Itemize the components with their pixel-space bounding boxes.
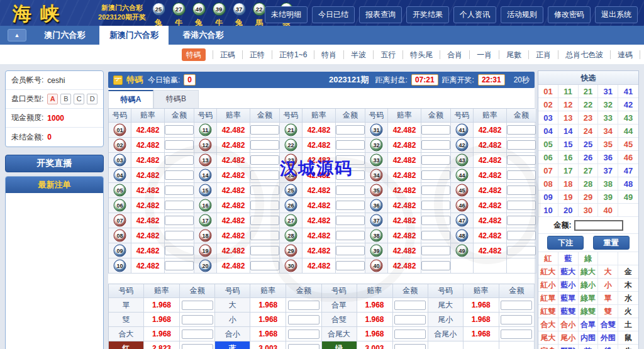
quick-number[interactable]: 09 [538, 191, 558, 204]
quick-word[interactable]: 尾小 [558, 331, 579, 345]
bet-amount-input[interactable] [182, 330, 213, 339]
bet-amount-input[interactable] [421, 170, 450, 180]
quick-word[interactable]: 綠小 [579, 279, 599, 292]
handicap-button[interactable]: B [60, 94, 71, 104]
header-menu-button[interactable]: 退出系统 [595, 6, 638, 23]
quick-number[interactable]: 37 [598, 164, 618, 177]
quick-word[interactable]: 藍雙 [558, 305, 579, 318]
game-tab[interactable]: 連碼 [611, 50, 640, 59]
game-tab[interactable]: 尾數 [499, 50, 529, 59]
bet-amount-input[interactable] [165, 216, 194, 225]
bet-amount-input[interactable] [250, 125, 279, 135]
bet-amount-input[interactable] [165, 155, 194, 165]
bet-amount-input[interactable] [250, 186, 279, 195]
quick-word[interactable]: 前 [579, 345, 599, 349]
bet-amount-input[interactable] [421, 261, 450, 270]
quick-word[interactable]: 火 [618, 305, 638, 318]
quick-word[interactable]: 合小 [558, 318, 579, 331]
quick-number[interactable]: 04 [538, 125, 558, 138]
quick-word[interactable]: 藍大 [558, 265, 579, 279]
bet-amount-input[interactable] [250, 140, 279, 150]
bet-amount-input[interactable] [165, 261, 194, 270]
quick-number[interactable]: 33 [598, 111, 618, 125]
quick-number[interactable]: 44 [618, 125, 638, 138]
quick-word[interactable]: 木 [618, 279, 638, 292]
quick-word[interactable]: 紅 [538, 252, 558, 265]
header-menu-button[interactable]: 开奖结果 [406, 6, 449, 23]
quick-number[interactable]: 20 [558, 204, 579, 217]
quick-number[interactable]: 47 [618, 164, 638, 177]
quick-number[interactable]: 31 [598, 85, 618, 98]
quick-word[interactable]: 土 [618, 318, 638, 331]
quick-word[interactable]: 家禽 [538, 345, 558, 349]
quick-word[interactable]: 後 [598, 345, 618, 349]
bet-amount-input[interactable] [421, 216, 450, 225]
quick-word[interactable]: 合大 [538, 318, 558, 331]
quick-word[interactable]: 外围 [598, 331, 618, 345]
bet-amount-input[interactable] [507, 170, 536, 180]
game-tab[interactable]: 正特 [243, 50, 272, 59]
quick-word[interactable]: 尾大 [538, 331, 558, 345]
bet-amount-input[interactable] [250, 261, 279, 270]
quick-number[interactable]: 19 [558, 191, 579, 204]
bet-amount-input[interactable] [421, 155, 450, 165]
quick-number[interactable]: 48 [618, 177, 638, 191]
bet-amount-input[interactable] [165, 246, 194, 255]
header-menu-button[interactable]: 修改密码 [548, 6, 591, 23]
bet-amount-input[interactable] [165, 170, 194, 180]
quick-number[interactable]: 49 [618, 191, 638, 204]
bet-amount-input[interactable] [336, 231, 365, 240]
quick-number[interactable]: 13 [558, 111, 579, 125]
quick-number[interactable]: 41 [618, 85, 638, 98]
quick-number[interactable]: 27 [579, 164, 599, 177]
bet-amount-input[interactable] [507, 155, 536, 165]
quick-number[interactable]: 24 [579, 125, 599, 138]
quick-word[interactable]: 紅單 [538, 292, 558, 305]
quick-number[interactable]: 14 [558, 125, 579, 138]
quick-number[interactable]: 28 [579, 177, 599, 191]
header-menu-button[interactable]: 未结明细 [265, 6, 308, 23]
bet-amount-input[interactable] [507, 246, 536, 255]
bet-button[interactable]: 下注 [547, 236, 584, 250]
bet-amount-input[interactable] [336, 140, 365, 150]
quick-word[interactable]: 鼠 [618, 331, 638, 345]
quick-word[interactable]: 藍單 [558, 292, 579, 305]
quick-number[interactable]: 18 [558, 177, 579, 191]
live-draw-button[interactable]: 开奖直播 [5, 155, 104, 172]
bet-amount-input[interactable] [507, 186, 536, 195]
quick-number[interactable]: 40 [598, 204, 618, 217]
bet-amount-input[interactable] [250, 216, 279, 225]
bet-amount-input[interactable] [507, 231, 536, 240]
quick-number[interactable]: 23 [579, 111, 599, 125]
bet-amount-input[interactable] [507, 216, 536, 225]
bet-amount-input[interactable] [250, 155, 279, 165]
quick-number[interactable]: 35 [598, 138, 618, 151]
header-menu-button[interactable]: 活动规则 [501, 6, 543, 23]
quick-number[interactable]: 25 [579, 138, 599, 151]
game-tab[interactable]: 特肖 [314, 50, 344, 59]
quick-word[interactable]: 綠 [579, 252, 599, 265]
quick-number[interactable]: 12 [558, 98, 579, 111]
game-tab[interactable]: 半波 [344, 50, 374, 59]
bet-amount-input[interactable] [421, 201, 450, 210]
bet-amount-input[interactable] [336, 216, 365, 225]
bet-amount-input[interactable] [250, 201, 279, 210]
bet-amount-input[interactable] [421, 231, 450, 240]
quick-word[interactable]: 金 [618, 265, 638, 279]
bet-amount-input[interactable] [421, 140, 450, 150]
bet-amount-input[interactable] [336, 125, 365, 135]
quick-number[interactable]: 11 [558, 85, 579, 98]
bet-amount-input[interactable] [421, 186, 450, 195]
quick-number[interactable]: 03 [538, 111, 558, 125]
quick-word[interactable]: 綠單 [579, 292, 599, 305]
quick-word[interactable]: 野獸 [558, 345, 579, 349]
quick-number[interactable]: 42 [618, 98, 638, 111]
bet-amount-input[interactable] [165, 231, 194, 240]
quick-number[interactable]: 16 [558, 151, 579, 164]
quick-number[interactable]: 10 [538, 204, 558, 217]
bet-amount-input[interactable] [165, 140, 194, 150]
game-tab[interactable]: 一肖 [470, 50, 499, 59]
bet-amount-input[interactable] [182, 344, 213, 349]
bet-amount-input[interactable] [394, 301, 426, 310]
quick-word[interactable]: 綠雙 [579, 305, 599, 318]
